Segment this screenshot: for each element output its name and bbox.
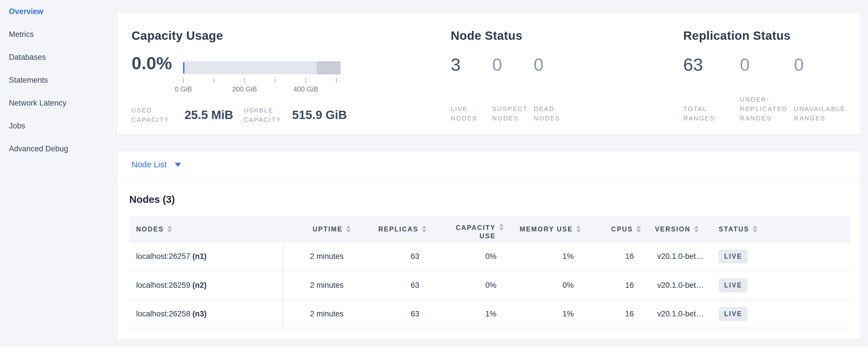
sidebar-item-overview[interactable]: Overview	[9, 7, 112, 15]
sort-icon[interactable]	[346, 226, 351, 232]
capacity-use-cell: 0%	[427, 242, 504, 271]
col-header-status[interactable]: STATUS	[710, 216, 850, 242]
unavailable-ranges-label: UNAVAILABLE RANGES	[794, 104, 864, 123]
node-name-link[interactable]: localhost:26257 (n1)	[129, 242, 283, 271]
sidebar-item-advanced-debug[interactable]: Advanced Debug	[9, 145, 112, 153]
capacity-gauge-ticks	[183, 78, 341, 83]
sidebar-item-statements[interactable]: Statements	[9, 76, 112, 84]
axis-tick-0: 0 GiB	[175, 85, 192, 93]
capacity-stats: USED CAPACITY 25.5 MiB USABLE CAPACITY 5…	[131, 103, 347, 127]
node-name-link[interactable]: localhost:26259 (n2)	[129, 271, 283, 299]
status-cell: LIVE	[710, 299, 850, 328]
sort-icon[interactable]	[753, 226, 757, 232]
nodes-table: NODES UPTIME REPLICAS CAPACITY USE	[129, 216, 850, 328]
capacity-gauge-other-segment	[317, 61, 341, 74]
replicas-cell: 63	[351, 242, 427, 271]
sidebar: Overview Metrics Databases Statements Ne…	[9, 7, 112, 168]
replication-status-title: Replication Status	[683, 29, 790, 43]
usable-capacity-label: USABLE CAPACITY	[243, 105, 289, 124]
total-ranges-value: 63	[683, 55, 740, 75]
status-cell: LIVE	[710, 242, 850, 271]
replication-values: 63 0 0	[683, 55, 864, 75]
uptime-cell: 2 minutes	[283, 242, 351, 271]
version-cell: v20.1.0-bet…	[641, 242, 710, 271]
capacity-use-cell: 0%	[427, 271, 504, 299]
node-name-link[interactable]: localhost:26258 (n3)	[129, 299, 283, 328]
dead-nodes-label: DEAD NODES	[534, 104, 575, 123]
used-capacity-label: USED CAPACITY	[131, 105, 182, 124]
suspect-nodes-label: SUSPECT NODES	[492, 104, 534, 123]
memory-use-cell: 1%	[504, 299, 581, 328]
node-list-dropdown-label: Node List	[131, 160, 167, 169]
col-header-nodes[interactable]: NODES	[129, 216, 283, 242]
node-list-dropdown[interactable]: Node List	[117, 151, 861, 178]
version-cell: v20.1.0-bet…	[641, 271, 710, 299]
col-header-capacity-use[interactable]: CAPACITY USE	[427, 216, 504, 242]
nodes-heading: Nodes (3)	[129, 194, 175, 205]
sort-icon[interactable]	[694, 226, 699, 232]
col-header-memory-use[interactable]: MEMORY USE	[504, 216, 581, 242]
uptime-cell: 2 minutes	[283, 299, 351, 328]
axis-tick-200: 200 GiB	[232, 85, 257, 93]
table-row-n3: localhost:26258 (n3) 2 minutes 63 1% 1% …	[129, 299, 850, 328]
memory-use-cell: 0%	[504, 271, 581, 299]
status-badge: LIVE	[719, 249, 748, 263]
capacity-usage-title: Capacity Usage	[131, 29, 223, 43]
cpus-cell: 16	[581, 271, 641, 299]
col-header-uptime[interactable]: UPTIME	[283, 216, 351, 242]
sort-icon[interactable]	[422, 226, 427, 232]
node-status-title: Node Status	[451, 29, 523, 43]
unavailable-ranges-value: 0	[794, 55, 864, 75]
cpus-cell: 16	[581, 299, 641, 328]
replicas-cell: 63	[351, 299, 427, 328]
used-capacity-value: 25.5 MiB	[184, 108, 233, 122]
live-nodes-value: 3	[451, 55, 492, 75]
replicas-cell: 63	[351, 271, 427, 299]
usable-capacity-value: 515.9 GiB	[292, 108, 347, 122]
cpus-cell: 16	[581, 242, 641, 271]
under-replicated-ranges-value: 0	[740, 55, 794, 75]
table-row-n2: localhost:26259 (n2) 2 minutes 63 0% 0% …	[129, 271, 850, 299]
sidebar-item-jobs[interactable]: Jobs	[9, 122, 112, 130]
version-cell: v20.1.0-bet…	[641, 299, 710, 328]
status-cell: LIVE	[710, 271, 850, 299]
col-header-version[interactable]: VERSION	[641, 216, 710, 242]
sort-icon[interactable]	[576, 226, 581, 232]
capacity-gauge-used-segment	[183, 62, 184, 73]
under-replicated-ranges-label: UNDER-REPLICATED RANGES	[740, 95, 794, 123]
col-header-replicas[interactable]: REPLICAS	[351, 216, 427, 242]
sidebar-item-network-latency[interactable]: Network Latency	[9, 99, 112, 107]
total-ranges-label: TOTAL RANGES	[683, 104, 740, 123]
sort-icon[interactable]	[167, 226, 172, 232]
sort-icon[interactable]	[637, 226, 641, 232]
chevron-down-icon	[175, 163, 181, 167]
node-status-values: 3 0 0	[451, 55, 575, 75]
axis-tick-400: 400 GiB	[293, 85, 318, 93]
status-badge: LIVE	[719, 278, 748, 292]
col-header-cpus[interactable]: CPUS	[581, 216, 641, 242]
suspect-nodes-value: 0	[492, 55, 534, 75]
capacity-gauge-axis: 0 GiB 200 GiB 400 GiB	[183, 85, 341, 93]
table-row-n1: localhost:26257 (n1) 2 minutes 63 0% 1% …	[129, 242, 850, 271]
capacity-gauge	[183, 61, 341, 74]
memory-use-cell: 1%	[504, 242, 581, 271]
status-badge: LIVE	[719, 307, 748, 321]
sidebar-item-metrics[interactable]: Metrics	[9, 30, 112, 38]
sort-icon[interactable]	[499, 224, 504, 230]
sidebar-item-databases[interactable]: Databases	[9, 53, 112, 61]
live-nodes-label: LIVE NODES	[451, 104, 492, 123]
uptime-cell: 2 minutes	[283, 271, 351, 299]
dead-nodes-value: 0	[534, 55, 575, 75]
cluster-summary-card: Capacity Usage 0.0% 0 GiB 200 GiB 400 Gi…	[117, 12, 861, 134]
node-list-card: Node List Nodes (3) NODES UPTIME	[117, 151, 861, 340]
capacity-used-percent: 0.0%	[131, 53, 172, 73]
table-header-row: NODES UPTIME REPLICAS CAPACITY USE	[129, 216, 850, 242]
replication-labels: TOTAL RANGES UNDER-REPLICATED RANGES UNA…	[683, 93, 864, 123]
capacity-use-cell: 1%	[427, 299, 504, 328]
node-status-labels: LIVE NODES SUSPECT NODES DEAD NODES	[451, 93, 575, 123]
